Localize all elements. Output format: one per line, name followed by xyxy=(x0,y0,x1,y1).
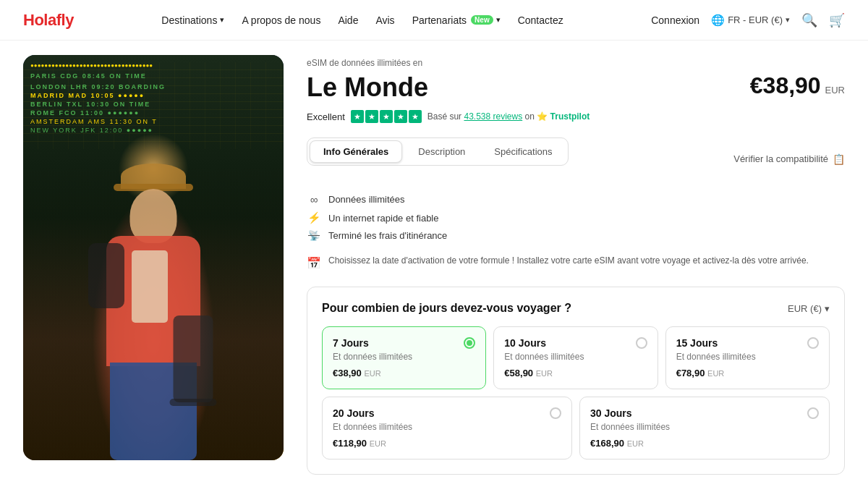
verify-compat-button[interactable]: Vérifier la compatibilité 📋 xyxy=(733,153,845,165)
navbar: Holafly Destinations ▾ A propos de nous … xyxy=(0,0,868,41)
star-3: ★ xyxy=(380,110,393,123)
nav-links: Destinations ▾ A propos de nous Aide Avi… xyxy=(161,14,563,26)
infinity-icon: ∞ xyxy=(307,193,321,206)
plan-name-20days: 20 Jours xyxy=(333,407,375,419)
plan-price-15days: €78,90 EUR xyxy=(676,368,819,378)
product-title-row: Le Monde €38,90 EUR xyxy=(307,72,845,103)
nav-contact[interactable]: Contactez xyxy=(518,14,563,26)
chevron-down-icon: ▾ xyxy=(786,15,790,25)
plan-price-10days: €58,90 EUR xyxy=(504,368,647,378)
currency-selector[interactable]: EUR (€) ▾ xyxy=(788,303,830,314)
plan-name-7days: 7 Jours xyxy=(333,337,369,349)
trustpilot-row: Excellent ★ ★ ★ ★ ★ Basé sur 43.538 revi… xyxy=(307,110,845,123)
plan-desc-10days: Et données illimitées xyxy=(504,352,647,362)
chevron-down-icon: ▾ xyxy=(496,15,501,25)
plan-card-30days[interactable]: 30 Jours Et données illimitées €168,90 E… xyxy=(579,397,830,460)
plan-price-7days: €38,90 EUR xyxy=(333,368,475,378)
price-amount: €38,90 xyxy=(750,72,821,98)
nav-help[interactable]: Aide xyxy=(338,14,358,26)
plan-grid-bottom: 20 Jours Et données illimitées €118,90 E… xyxy=(322,397,830,460)
tab-specs[interactable]: Spécifications xyxy=(481,140,565,163)
trustpilot-logo: Trustpilot xyxy=(550,111,590,122)
nav-right: Connexion 🌐 FR - EUR (€) ▾ 🔍 🛒 xyxy=(651,12,845,28)
feature-unlimited-data: ∞ Données illimitées xyxy=(307,193,845,206)
no-roaming-icon: 📡 xyxy=(307,230,321,241)
plan-radio-10days xyxy=(636,337,647,349)
nav-about[interactable]: A propos de nous xyxy=(242,14,320,26)
external-link-icon: 📋 xyxy=(833,153,845,165)
chevron-down-icon: ▾ xyxy=(220,15,224,25)
plan-grid-top: 7 Jours Et données illimitées €38,90 EUR… xyxy=(322,326,830,389)
plan-desc-20days: Et données illimitées xyxy=(333,422,561,432)
plan-price-20days: €118,90 EUR xyxy=(333,438,561,449)
cart-icon[interactable]: 🛒 xyxy=(829,12,845,28)
plan-question: Pour combien de jours devez-vous voyager… xyxy=(322,302,571,315)
product-image-wrap: ●●●●●●●●●●●●●●●●●●●●●●●●●●●●●●●●●●● PARI… xyxy=(23,55,284,460)
plan-section: Pour combien de jours devez-vous voyager… xyxy=(307,287,845,475)
tab-description[interactable]: Description xyxy=(405,140,478,163)
star-5: ★ xyxy=(409,110,422,123)
plan-name-30days: 30 Jours xyxy=(590,407,632,419)
globe-icon: 🌐 xyxy=(711,14,725,27)
star-4: ★ xyxy=(394,110,407,123)
plan-name-10days: 10 Jours xyxy=(504,337,546,349)
nav-partners[interactable]: Partenariats New ▾ xyxy=(412,14,501,26)
activation-note: 📅 Choisissez la date d'activation de vot… xyxy=(307,254,845,272)
price-currency: EUR xyxy=(825,85,845,96)
plan-card-10days[interactable]: 10 Jours Et données illimitées €58,90 EU… xyxy=(493,326,658,389)
locale-selector[interactable]: 🌐 FR - EUR (€) ▾ xyxy=(711,14,790,27)
product-info: eSIM de données illimitées en Le Monde €… xyxy=(307,55,845,487)
trustpilot-info: Basé sur 43.538 reviews on ⭐ Trustpilot xyxy=(427,111,590,122)
plan-card-7days[interactable]: 7 Jours Et données illimitées €38,90 EUR xyxy=(322,326,486,389)
verify-compat-label: Vérifier la compatibilité xyxy=(733,153,828,164)
main-content: ●●●●●●●●●●●●●●●●●●●●●●●●●●●●●●●●●●● PARI… xyxy=(0,41,868,487)
login-link[interactable]: Connexion xyxy=(651,14,699,26)
product-image: ●●●●●●●●●●●●●●●●●●●●●●●●●●●●●●●●●●● PARI… xyxy=(23,55,284,460)
feature-no-roaming: 📡 Terminé les frais d'itinérance xyxy=(307,230,845,241)
plan-radio-7days xyxy=(464,337,475,349)
plan-radio-15days xyxy=(807,337,819,349)
tab-general[interactable]: Info Générales xyxy=(310,140,402,163)
lightning-icon: ⚡ xyxy=(307,211,321,224)
tabs-verify-row: Info Générales Description Spécification… xyxy=(307,137,845,180)
trustpilot-stars: ★ ★ ★ ★ ★ xyxy=(351,110,422,123)
plan-radio-30days xyxy=(807,407,819,419)
plan-card-15days[interactable]: 15 Jours Et données illimitées €78,90 EU… xyxy=(665,326,830,389)
new-badge: New xyxy=(471,15,493,25)
tabs: Info Générales Description Spécification… xyxy=(307,137,569,166)
product-subtitle: eSIM de données illimitées en xyxy=(307,58,845,68)
nav-destinations[interactable]: Destinations ▾ xyxy=(161,14,224,26)
features-list: ∞ Données illimitées ⚡ Un internet rapid… xyxy=(307,193,845,241)
star-1: ★ xyxy=(351,110,364,123)
chevron-down-icon: ▾ xyxy=(825,303,830,314)
plan-desc-15days: Et données illimitées xyxy=(676,352,819,362)
plan-radio-20days xyxy=(550,407,561,419)
nav-reviews[interactable]: Avis xyxy=(375,14,394,26)
trustpilot-reviews-link[interactable]: 43.538 reviews xyxy=(464,111,522,122)
plan-card-20days[interactable]: 20 Jours Et données illimitées €118,90 E… xyxy=(322,397,572,460)
feature-fast-internet: ⚡ Un internet rapide et fiable xyxy=(307,211,845,224)
plan-name-15days: 15 Jours xyxy=(676,337,718,349)
plan-header: Pour combien de jours devez-vous voyager… xyxy=(322,302,830,315)
plan-desc-7days: Et données illimitées xyxy=(333,352,475,362)
calendar-icon: 📅 xyxy=(307,255,321,272)
brand-logo[interactable]: Holafly xyxy=(23,11,74,30)
plan-price-30days: €168,90 EUR xyxy=(590,438,819,449)
plan-desc-30days: Et données illimitées xyxy=(590,422,819,432)
trustpilot-label: Excellent xyxy=(307,111,345,122)
product-price: €38,90 EUR xyxy=(750,72,845,99)
star-2: ★ xyxy=(365,110,378,123)
search-icon[interactable]: 🔍 xyxy=(801,12,817,28)
product-title: Le Monde xyxy=(307,72,428,103)
